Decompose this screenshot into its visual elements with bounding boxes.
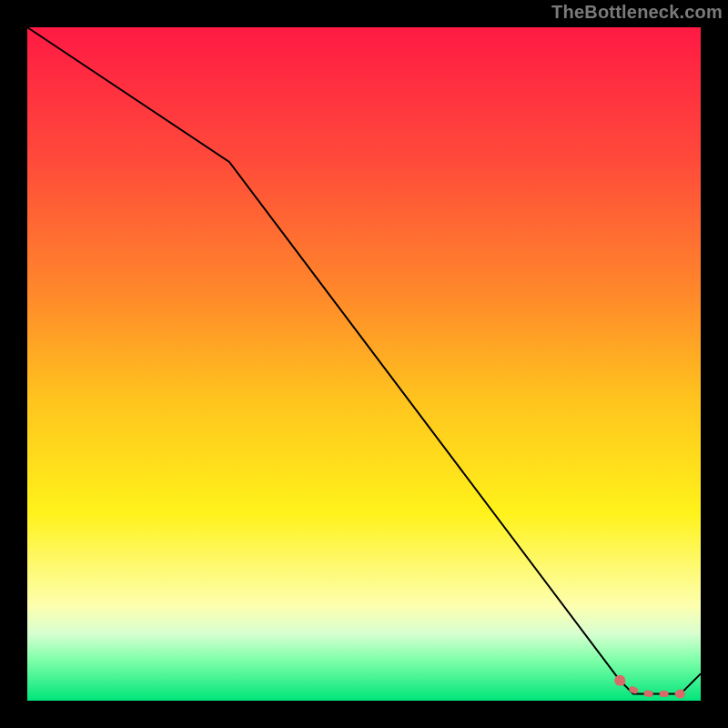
trough-end-dot [676,690,685,699]
bottleneck-chart [0,0,728,728]
plot-background [27,27,701,701]
trough-start-dot [614,675,625,686]
chart-stage: TheBottleneck.com [0,0,728,728]
